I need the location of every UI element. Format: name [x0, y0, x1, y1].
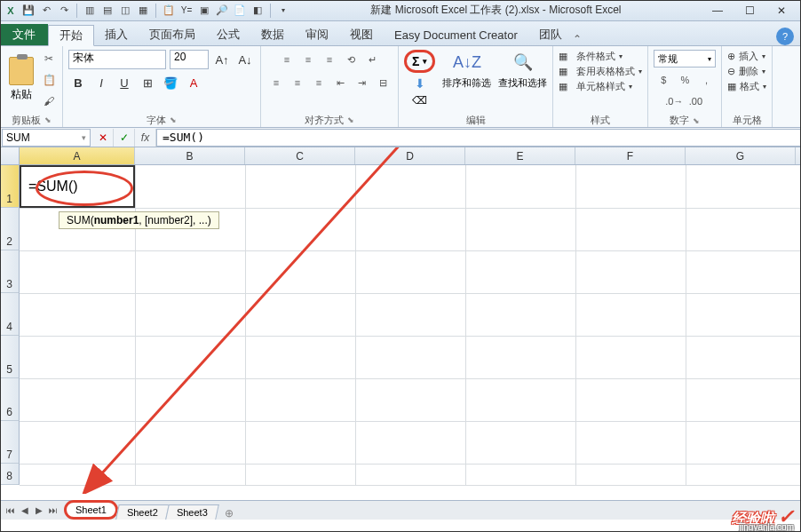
- qat-icon[interactable]: ▥: [83, 4, 97, 18]
- column-header-c[interactable]: C: [245, 147, 355, 164]
- currency-icon[interactable]: $: [654, 71, 673, 89]
- row-header-2[interactable]: 2: [0, 208, 20, 250]
- increase-decimal-icon[interactable]: .0→: [664, 92, 684, 110]
- font-size-combo[interactable]: 20: [170, 50, 209, 69]
- launcher-icon[interactable]: ⬊: [170, 115, 177, 124]
- close-button[interactable]: ✕: [769, 4, 794, 17]
- qat-icon[interactable]: Y=: [179, 4, 194, 18]
- column-header-f[interactable]: F: [575, 147, 686, 164]
- align-right-icon[interactable]: ≡: [309, 73, 329, 92]
- help-icon[interactable]: ?: [776, 28, 794, 45]
- active-cell-a1[interactable]: =SUM(): [20, 165, 135, 208]
- find-select-button[interactable]: 🔍 查找和选择: [498, 50, 547, 90]
- tab-edc[interactable]: Easy Document Creator: [384, 24, 528, 45]
- qat-icon[interactable]: ▤: [100, 4, 115, 18]
- increase-font-icon[interactable]: A↑: [212, 50, 232, 69]
- tab-layout[interactable]: 页面布局: [139, 24, 206, 45]
- formula-input[interactable]: =SUM(): [156, 129, 801, 147]
- row-header-7[interactable]: 7: [0, 421, 20, 464]
- table-format-button[interactable]: ▦套用表格格式▾: [559, 65, 642, 78]
- fill-icon[interactable]: ⬇: [415, 76, 425, 91]
- cells-area[interactable]: =SUM() SUM(number1, [number2], ...): [20, 165, 801, 485]
- tab-team[interactable]: 团队: [528, 24, 573, 45]
- name-box[interactable]: SUM▾: [2, 129, 91, 147]
- launcher-icon[interactable]: ⬊: [347, 115, 354, 124]
- bold-button[interactable]: B: [68, 73, 88, 92]
- sheet-nav-prev-icon[interactable]: ◀: [18, 505, 32, 515]
- qat-icon[interactable]: ◫: [118, 4, 132, 18]
- chevron-down-icon[interactable]: ▾: [82, 133, 86, 142]
- cancel-formula-icon[interactable]: ✕: [92, 129, 114, 147]
- decrease-decimal-icon[interactable]: .00: [686, 92, 705, 110]
- paste-button[interactable]: 粘贴: [5, 55, 37, 104]
- align-top-icon[interactable]: ≡: [277, 50, 297, 69]
- clear-icon[interactable]: ⌫: [412, 94, 427, 107]
- column-header-a[interactable]: A: [20, 147, 135, 164]
- underline-button[interactable]: U: [115, 73, 134, 92]
- cut-icon[interactable]: ✂: [41, 51, 57, 67]
- launcher-icon[interactable]: ⬊: [44, 115, 52, 124]
- sheet-tab-3[interactable]: Sheet3: [165, 504, 218, 520]
- font-color-button[interactable]: A: [184, 73, 203, 92]
- row-header-5[interactable]: 5: [0, 336, 20, 378]
- column-header-g[interactable]: G: [686, 147, 796, 164]
- qat-icon[interactable]: 📋: [162, 4, 176, 18]
- align-left-icon[interactable]: ≡: [266, 73, 286, 92]
- align-center-icon[interactable]: ≡: [288, 73, 307, 92]
- sheet-nav-last-icon[interactable]: ⏭: [46, 505, 60, 515]
- orientation-icon[interactable]: ⟲: [341, 50, 361, 69]
- undo-icon[interactable]: ↶: [39, 4, 53, 18]
- italic-button[interactable]: I: [91, 73, 111, 92]
- row-header-8[interactable]: 8: [0, 464, 20, 485]
- fx-icon[interactable]: fx: [135, 129, 156, 147]
- decrease-font-icon[interactable]: A↓: [235, 50, 255, 69]
- sort-filter-button[interactable]: A↓Z 排序和筛选: [442, 50, 491, 90]
- qat-dropdown-icon[interactable]: ▾: [276, 4, 290, 18]
- row-header-6[interactable]: 6: [0, 378, 20, 421]
- minimize-ribbon-icon[interactable]: ⌃: [573, 33, 587, 45]
- redo-icon[interactable]: ↷: [57, 4, 71, 18]
- minimize-button[interactable]: —: [705, 4, 730, 17]
- sheet-nav-next-icon[interactable]: ▶: [32, 505, 46, 515]
- sheet-nav-first-icon[interactable]: ⏮: [4, 505, 18, 515]
- copy-icon[interactable]: 📋: [41, 72, 57, 88]
- column-header-b[interactable]: B: [135, 147, 245, 164]
- format-painter-icon[interactable]: 🖌: [41, 93, 57, 109]
- fill-color-button[interactable]: 🪣: [161, 73, 180, 92]
- autosum-button[interactable]: Σ▾: [404, 50, 435, 73]
- align-middle-icon[interactable]: ≡: [298, 50, 318, 69]
- conditional-format-button[interactable]: ▦条件格式▾: [559, 50, 623, 63]
- maximize-button[interactable]: ☐: [737, 4, 762, 17]
- save-icon[interactable]: 💾: [21, 4, 36, 18]
- new-sheet-icon[interactable]: ⊕: [220, 507, 238, 520]
- tab-insert[interactable]: 插入: [94, 24, 139, 45]
- row-header-4[interactable]: 4: [0, 293, 20, 336]
- percent-icon[interactable]: %: [675, 71, 694, 89]
- merge-icon[interactable]: ⊟: [373, 73, 393, 92]
- tab-review[interactable]: 审阅: [295, 24, 339, 45]
- qat-icon[interactable]: ◧: [250, 4, 265, 18]
- sheet-tab-1[interactable]: Sheet1: [64, 500, 118, 520]
- qat-icon[interactable]: ▣: [197, 4, 211, 18]
- tab-view[interactable]: 视图: [339, 24, 384, 45]
- launcher-icon[interactable]: ⬊: [693, 116, 700, 125]
- qat-icon[interactable]: 📄: [233, 4, 247, 18]
- tab-home[interactable]: 开始: [48, 25, 94, 46]
- tab-data[interactable]: 数据: [250, 24, 295, 45]
- column-header-d[interactable]: D: [355, 147, 465, 164]
- column-header-e[interactable]: E: [465, 147, 575, 164]
- cell-style-button[interactable]: ▦单元格样式▾: [559, 80, 632, 93]
- select-all-corner[interactable]: [0, 147, 20, 164]
- comma-icon[interactable]: ,: [696, 71, 716, 89]
- qat-icon[interactable]: 🔎: [215, 4, 229, 18]
- wrap-text-icon[interactable]: ↵: [362, 50, 382, 69]
- accept-formula-icon[interactable]: ✓: [114, 129, 135, 147]
- file-tab[interactable]: 文件: [0, 24, 48, 45]
- row-header-3[interactable]: 3: [0, 250, 20, 293]
- number-format-combo[interactable]: 常规▾: [654, 50, 716, 67]
- row-header-1[interactable]: 1: [0, 165, 20, 208]
- insert-cells-button[interactable]: ⊕插入▾: [727, 50, 765, 63]
- tab-formulas[interactable]: 公式: [206, 24, 250, 45]
- indent-inc-icon[interactable]: ⇥: [352, 73, 371, 92]
- delete-cells-button[interactable]: ⊖删除▾: [727, 65, 765, 78]
